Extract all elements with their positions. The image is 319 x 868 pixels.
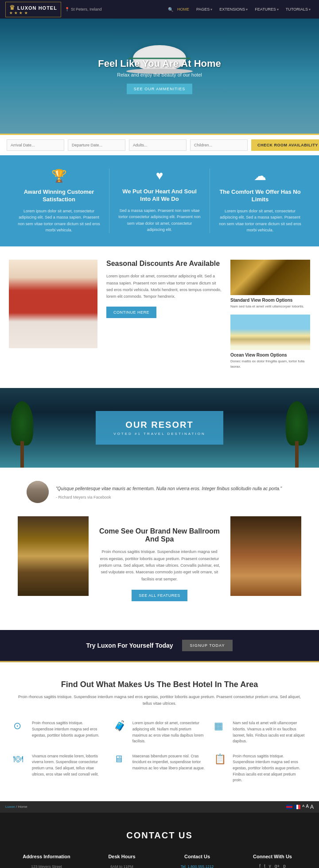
address-line-1: 123 Meyers Street	[13, 864, 80, 868]
clipboard-icon: 📋	[214, 753, 228, 768]
room-image-2	[230, 315, 310, 350]
feature-text-1: Lorem ipsum dolor sit amet, consectetur …	[18, 208, 100, 234]
breadcrumb: Luxon / Home	[5, 805, 27, 809]
ballroom-content: Come See Our Brand New Ballroom And Spa …	[89, 516, 230, 612]
beach-image	[230, 315, 310, 350]
room-title-1: Standard View Room Options	[230, 298, 310, 303]
logo-stars: ★ ★ ★ ★	[9, 11, 57, 15]
feature-card-text-4: Vivamus ornare molestie lorem, lobortis …	[32, 753, 105, 777]
tree-foliage-left	[11, 401, 33, 446]
site-subtitle: HOTEL	[39, 5, 57, 11]
see-all-features-button[interactable]: SEE ALL FEATURES	[132, 590, 187, 601]
monitor-icon: 🖥	[114, 753, 128, 768]
seasonal-section: Seasonal Discounts Are Available Lorem i…	[0, 246, 319, 388]
feature-text-2: Sed a massa sapien. Praesent non sem vit…	[118, 207, 201, 233]
bed-image	[9, 260, 97, 348]
best-hotel-subtitle: Proin rhoncus sagittis tristique. Suspen…	[13, 694, 306, 707]
grid-icon: ▦	[214, 720, 228, 734]
breadcrumb-separator: / Home	[16, 805, 27, 809]
nav-home[interactable]: HOME	[174, 5, 192, 13]
navbar: ♛ LUXON HOTEL ★ ★ ★ ★ 📍 St Peters, Irela…	[0, 0, 319, 19]
youtube-link[interactable]: y	[269, 864, 271, 868]
nav-features[interactable]: FEATURES ▾	[252, 5, 281, 13]
nav-links: 🔍 HOME PAGES ▾ EXTENSIONS ▾ FEATURES ▾ T…	[168, 5, 314, 13]
contact-column: Contact Us Tel: 1.800.555.1212	[164, 854, 230, 868]
cloud-icon: ☁	[219, 169, 301, 183]
feature-card-text-5: Maecenas bibendum posuere nisl. Cras tin…	[132, 753, 206, 772]
resort-content: OUR RESORT VOTED #1 TRAVEL DESTINATION	[96, 411, 223, 445]
seasonal-right: Standard View Room Options Nam sed tula …	[230, 260, 310, 375]
hours-column: Desk Hours 6AM to 11PM Monday through Su…	[89, 854, 155, 868]
twitter-link[interactable]: t	[264, 864, 265, 868]
tree-left-decoration	[9, 401, 35, 468]
adults-input[interactable]	[129, 139, 187, 151]
children-input[interactable]	[190, 139, 248, 151]
font-size-small[interactable]: A	[302, 804, 304, 810]
features-grid: ⊙ Proin rhoncus sagittis tristique. Susp…	[13, 720, 306, 783]
address-title: Address Information	[13, 854, 80, 859]
departure-date-input[interactable]	[68, 139, 125, 151]
seasonal-title: Seasonal Discounts Are Available	[106, 260, 222, 268]
signup-button[interactable]: SIGNUP TODAY	[182, 640, 233, 651]
clock-icon: ⊙	[13, 720, 27, 734]
check-availability-button[interactable]: CHECK ROOM AVAILABILITY	[251, 139, 319, 151]
fr-flag[interactable]	[294, 805, 300, 809]
logo: ♛ LUXON HOTEL ★ ★ ★ ★	[5, 2, 61, 17]
hero-subtitle: Relax and enjoy the beauty of our hotel	[98, 72, 221, 77]
room-option-1: Standard View Room Options Nam sed tula …	[230, 260, 310, 309]
seasonal-left	[9, 260, 97, 375]
contact-us-title: Contact Us	[164, 854, 230, 859]
site-name: LUXON	[17, 5, 37, 11]
feature-card-2: 🧳 Lorem ipsum dolor sit amet, consectetu…	[114, 720, 206, 744]
font-size-large[interactable]: A	[310, 804, 314, 810]
tree-trunk-left	[20, 441, 24, 468]
hours-title: Desk Hours	[89, 854, 155, 859]
feature-card-6: 📋 Proin rhoncus sagittis tristique. Susp…	[214, 753, 306, 784]
feature-text-3: Lorem ipsum dolor sit amet, consectetur …	[219, 208, 301, 234]
ballroom-title: Come See Our Brand New Ballroom And Spa	[97, 527, 222, 543]
feature-card-text-1: Proin rhoncus sagittis tristique. Suspen…	[32, 720, 105, 738]
nav-pages[interactable]: PAGES ▾	[193, 5, 215, 13]
googleplus-link[interactable]: g+	[275, 864, 280, 868]
room-image-1	[230, 260, 310, 295]
uk-flag[interactable]	[286, 805, 292, 809]
contact-footer: CONTACT US Address Information 123 Meyer…	[0, 813, 319, 868]
feature-card-3: ▦ Nam sed tula et amet velit ullamcorper…	[214, 720, 306, 744]
resort-title: OUR RESORT	[113, 420, 205, 430]
trophy-icon: 🏆	[18, 169, 100, 183]
feature-item-3: ☁ The Comfort We Offer Has No Limits Lor…	[210, 169, 310, 233]
booking-bar: CHECK ROOM AVAILABILITY	[0, 134, 319, 155]
feature-card-text-2: Lorem ipsum dolor sit amet, consectetur …	[132, 720, 206, 744]
pinterest-link[interactable]: p	[283, 864, 286, 868]
nav-tutorials[interactable]: TUTORIALS ▾	[283, 5, 314, 13]
resort-subtitle: VOTED #1 TRAVEL DESTINATION	[113, 432, 205, 436]
font-size-medium[interactable]: A	[306, 804, 309, 810]
testimonial-text: "Quisque pellentesque vitae mauris ac fe…	[56, 485, 292, 499]
phone-link[interactable]: Tel: 1.800.555.1212	[181, 864, 214, 868]
hero-amenities-button[interactable]: SEE OUR AMMENITIES	[127, 84, 193, 94]
heart-icon: ♥	[118, 169, 201, 183]
ballroom-right-image	[230, 516, 301, 596]
features-section: 🏆 Award Winning Customer Satisfaction Lo…	[0, 155, 319, 246]
testimonial-section: "Quisque pellentesque vitae mauris ac fe…	[0, 468, 319, 516]
contact-title: CONTACT US	[13, 830, 306, 841]
nav-location: 📍 St Peters, Ireland	[65, 7, 102, 12]
feature-title-3: The Comfort We Offer Has No Limits	[219, 188, 301, 204]
avatar-image	[27, 481, 49, 503]
footer-flags: A A A	[286, 804, 314, 810]
search-icon[interactable]: 🔍	[168, 7, 173, 12]
feature-card-1: ⊙ Proin rhoncus sagittis tristique. Susp…	[13, 720, 105, 744]
best-hotel-section: Find Out What Makes Us The Best Hotel In…	[0, 662, 319, 801]
nav-extensions[interactable]: EXTENSIONS ▾	[216, 5, 251, 13]
arrival-date-input[interactable]	[7, 139, 64, 151]
hero-content: Feel Like You Are At Home Relax and enjo…	[98, 58, 221, 94]
tree-trunk-right	[295, 441, 299, 468]
continue-button[interactable]: CONTINUE HERE	[106, 307, 156, 318]
breadcrumb-link[interactable]: Luxon	[5, 805, 15, 809]
feature-item-2: ♥ We Put Our Heart And Soul Into All We …	[109, 169, 210, 233]
facebook-link[interactable]: f	[259, 864, 261, 868]
font-size-controls: A A A	[302, 804, 314, 810]
quote-author: - Richard Meyers via Facebook	[56, 495, 292, 499]
luggage-icon: 🧳	[114, 720, 128, 734]
feature-card-text-3: Nam sed tula et amet velit ullamcorper l…	[233, 720, 306, 744]
